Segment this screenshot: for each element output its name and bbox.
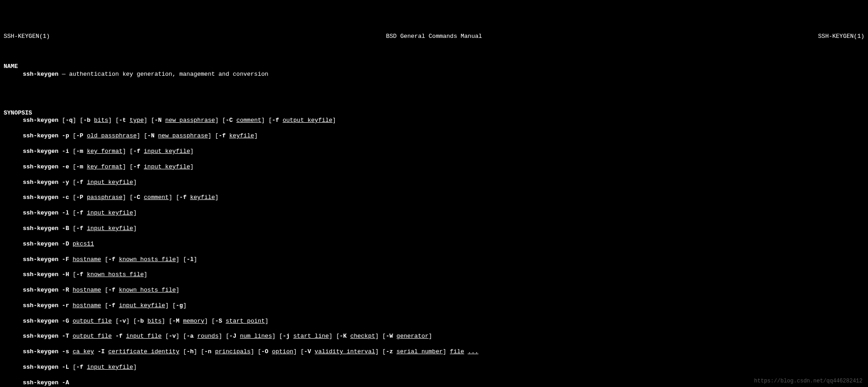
name-section: NAME ssh-keygen — authentication key gen… bbox=[4, 63, 864, 86]
syn-line: ssh-keygen -B [-f input_keyfile] bbox=[4, 225, 864, 233]
syn-line: ssh-keygen [-q] [-b bits] [-t type] [-N … bbox=[4, 117, 864, 125]
syn-line: ssh-keygen -e [-m key_format] [-f input_… bbox=[4, 163, 864, 171]
syn-line: ssh-keygen -R hostname [-f known_hosts_f… bbox=[4, 287, 864, 294]
syn-line: ssh-keygen -p [-P old_passphrase] [-N ne… bbox=[4, 132, 864, 140]
watermark: https://blog.csdn.net/qq446282412 bbox=[754, 378, 863, 385]
man-header: SSH-KEYGEN(1) BSD General Commands Manua… bbox=[4, 33, 864, 41]
cmd-name: ssh-keygen bbox=[23, 71, 58, 78]
syn-line: ssh-keygen -s ca_key -I certificate_iden… bbox=[4, 348, 864, 356]
name-desc: — authentication key generation, managem… bbox=[58, 71, 268, 78]
header-right: SSH-KEYGEN(1) bbox=[818, 33, 864, 41]
syn-line: ssh-keygen -y [-f input_keyfile] bbox=[4, 179, 864, 187]
syn-line: ssh-keygen -H [-f known_hosts_file] bbox=[4, 271, 864, 279]
syn-line: ssh-keygen -D pkcs11 bbox=[4, 241, 864, 248]
syn-line: ssh-keygen -A bbox=[4, 379, 864, 387]
syn-line: ssh-keygen -F hostname [-f known_hosts_f… bbox=[4, 256, 864, 264]
syn-line: ssh-keygen -T output_file -f input_file … bbox=[4, 333, 864, 340]
syn-line: ssh-keygen -r hostname [-f input_keyfile… bbox=[4, 302, 864, 310]
syn-line: ssh-keygen -i [-m key_format] [-f input_… bbox=[4, 148, 864, 156]
header-left: SSH-KEYGEN(1) bbox=[4, 33, 50, 41]
section-title-name: NAME bbox=[4, 63, 18, 70]
syn-line: ssh-keygen -c [-P passphrase] [-C commen… bbox=[4, 194, 864, 202]
synopsis-section: SYNOPSIS ssh-keygen [-q] [-b bits] [-t t… bbox=[4, 110, 864, 387]
syn-line: ssh-keygen -l [-f input_keyfile] bbox=[4, 209, 864, 217]
section-title-synopsis: SYNOPSIS bbox=[4, 110, 32, 116]
syn-line: ssh-keygen -G output_file [-v] [-b bits]… bbox=[4, 318, 864, 325]
syn-line: ssh-keygen -L [-f input_keyfile] bbox=[4, 364, 864, 371]
header-center: BSD General Commands Manual bbox=[386, 33, 482, 41]
